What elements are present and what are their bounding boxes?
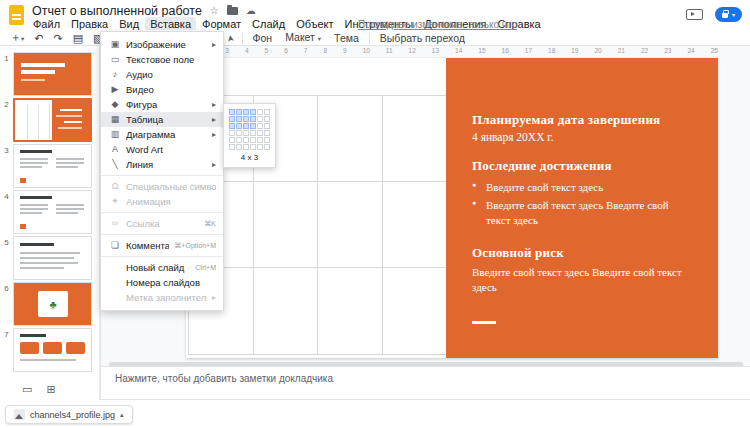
insert-menu-item-line[interactable]: ╲Линия▸	[101, 157, 223, 172]
table-cell[interactable]	[318, 268, 383, 354]
insert-menu-item-plain[interactable]: Новый слайдCtrl+M	[101, 260, 223, 275]
speaker-notes[interactable]: Нажмите, чтобы добавить заметки докладчи…	[100, 366, 750, 400]
insert-menu-item-video[interactable]: ▶Видео	[101, 82, 223, 97]
slide-thumbnail-1[interactable]: 1	[0, 52, 100, 96]
insert-menu-item-shape[interactable]: ◆Фигура▸	[101, 97, 223, 112]
table-cell[interactable]	[318, 182, 383, 268]
slide-thumbnail-2[interactable]: 2	[0, 98, 100, 142]
insert-menu-item-comment[interactable]: ❏Комментарий⌘+Option+M	[101, 238, 223, 253]
menubar-item-Вставка[interactable]: Вставка	[145, 17, 196, 31]
menubar-item-Слайд[interactable]: Слайд	[247, 17, 290, 31]
insert-menu-item-plain[interactable]: Метка заполнителя▸	[101, 290, 223, 305]
insert-menu-item-audio[interactable]: ♪Аудио	[101, 67, 223, 82]
picker-cell[interactable]	[257, 109, 263, 115]
slide-thumbnail-7[interactable]: 7	[0, 328, 100, 372]
star-icon[interactable]: ☆	[210, 6, 219, 16]
move-folder-icon[interactable]	[227, 7, 238, 15]
theme-button[interactable]: Тема	[331, 32, 362, 45]
picker-cell[interactable]	[257, 116, 263, 122]
speaker-notes-placeholder[interactable]: Нажмите, чтобы добавить заметки докладчи…	[115, 373, 750, 384]
panel-date[interactable]: 4 января 20XX г.	[472, 131, 694, 143]
picker-cell[interactable]	[229, 137, 235, 143]
panel-body-text[interactable]: Введите свой текст здесь Введите свой те…	[472, 265, 694, 296]
table-cell[interactable]	[254, 182, 319, 268]
download-chip[interactable]: channels4_profile.jpg ▴	[5, 405, 133, 424]
picker-cell[interactable]	[250, 144, 256, 150]
picker-cell[interactable]	[243, 137, 249, 143]
picker-cell[interactable]	[236, 144, 242, 150]
new-slide-button[interactable]: ＋▾	[10, 31, 24, 45]
insert-menu-item-plain[interactable]: Номера слайдов	[101, 275, 223, 290]
insert-menu-item-special-chars[interactable]: ΩСпециальные символы	[101, 179, 223, 194]
table-cell[interactable]	[383, 182, 448, 268]
picker-cell[interactable]	[243, 109, 249, 115]
menubar-item-Файл[interactable]: Файл	[28, 17, 65, 31]
picker-cell[interactable]	[257, 130, 263, 136]
picker-cell[interactable]	[236, 116, 242, 122]
insert-menu-item-table[interactable]: ▦Таблица▸	[101, 112, 223, 127]
picker-cell[interactable]	[229, 123, 235, 129]
picker-cell[interactable]	[264, 130, 270, 136]
picker-cell[interactable]	[264, 137, 270, 143]
menubar-item-Правка[interactable]: Правка	[66, 17, 113, 31]
undo-icon[interactable]: ↶	[34, 32, 43, 45]
insert-menu-item-animation[interactable]: ✦Анимация	[101, 194, 223, 209]
layout-button[interactable]: Макет ▾	[282, 31, 324, 45]
slide-thumbnail-3[interactable]: 3	[0, 144, 100, 188]
picker-cell[interactable]	[257, 137, 263, 143]
panel-heading-achievements[interactable]: Последние достижения	[472, 158, 694, 174]
slide-thumbnail-4[interactable]: 4	[0, 190, 100, 234]
picker-cell[interactable]	[264, 123, 270, 129]
last-edit-link[interactable]: Последнее изменение: только что	[358, 19, 517, 30]
menubar-item-Вид[interactable]: Вид	[114, 17, 144, 31]
picker-cell[interactable]	[250, 130, 256, 136]
picker-cell[interactable]	[250, 123, 256, 129]
insert-menu-item-textbox[interactable]: ▭Текстовое поле	[101, 52, 223, 67]
document-title[interactable]: Отчет о выполненной работе	[32, 4, 202, 18]
table-cell[interactable]	[318, 96, 383, 182]
picker-cell[interactable]	[243, 130, 249, 136]
picker-cell[interactable]	[257, 144, 263, 150]
insert-menu-item-link[interactable]: ∞Ссылка⌘K	[101, 216, 223, 231]
chevron-up-icon[interactable]: ▴	[120, 411, 124, 419]
select-cursor-icon[interactable]: ➤	[224, 33, 238, 43]
picker-cell[interactable]	[243, 144, 249, 150]
filmstrip-view-icon[interactable]: ▭	[22, 384, 32, 395]
slide-thumbnail-5[interactable]: 5	[0, 236, 100, 280]
present-icon[interactable]	[686, 9, 703, 20]
panel-heading-date[interactable]: Планируемая дата завершения	[472, 112, 694, 128]
picker-cell[interactable]	[257, 123, 263, 129]
slide-thumbnail-6[interactable]: 6♣	[0, 282, 100, 326]
picker-cell[interactable]	[229, 130, 235, 136]
picker-cell[interactable]	[243, 123, 249, 129]
share-button[interactable]: ▾	[715, 7, 742, 22]
picker-cell[interactable]	[250, 137, 256, 143]
table-cell[interactable]	[254, 268, 319, 354]
menubar-item-Формат[interactable]: Формат	[197, 17, 246, 31]
picker-cell[interactable]	[236, 123, 242, 129]
picker-cell[interactable]	[236, 130, 242, 136]
picker-cell[interactable]	[229, 109, 235, 115]
background-button[interactable]: Фон	[250, 32, 276, 45]
redo-icon[interactable]: ↷	[53, 32, 62, 45]
insert-menu-item-chart[interactable]: ▥Диаграмма▸	[101, 127, 223, 142]
table-cell[interactable]	[383, 96, 448, 182]
table-cell[interactable]	[383, 268, 448, 354]
list-item[interactable]: Введите свой текст здесь	[472, 180, 694, 195]
print-icon[interactable]: ▤	[73, 32, 83, 45]
picker-cell[interactable]	[229, 144, 235, 150]
achievements-list[interactable]: Введите свой текст здесь Введите свой те…	[472, 180, 694, 228]
picker-cell[interactable]	[229, 116, 235, 122]
picker-cell[interactable]	[243, 116, 249, 122]
grid-view-icon[interactable]: ⊞	[46, 384, 55, 395]
picker-cell[interactable]	[250, 109, 256, 115]
picker-cell[interactable]	[236, 137, 242, 143]
insert-menu-item-image[interactable]: ▣Изображение▸	[101, 37, 223, 52]
slides-app-logo[interactable]	[9, 5, 24, 25]
insert-menu-item-wordart[interactable]: AWord Art	[101, 142, 223, 157]
picker-cell[interactable]	[236, 109, 242, 115]
picker-cell[interactable]	[264, 109, 270, 115]
picker-cell[interactable]	[250, 116, 256, 122]
panel-heading-risk[interactable]: Основной риск	[472, 245, 694, 261]
picker-cell[interactable]	[264, 144, 270, 150]
